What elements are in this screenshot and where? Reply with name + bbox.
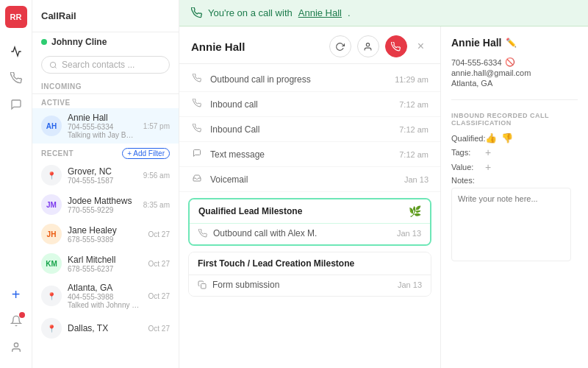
contact-time: Oct 27 [148,292,170,300]
right-panel: Annie Hall ✏️ 704-555-6334 🚫 annie.hall@… [441,26,588,368]
refresh-button[interactable] [329,35,351,57]
milestone-block-2: First Touch / Lead Creation Milestone Fo… [188,252,431,297]
milestone-sub-label-1: Outbound call with Alex M. [213,228,391,238]
nav-bell-icon[interactable] [4,309,28,333]
timeline-item-label: Voicemail [210,174,397,185]
add-filter-button[interactable]: + Add Filter [122,148,170,159]
timeline-item-time: 7:12 am [399,125,429,134]
incoming-section-label: INCOMING [32,79,179,92]
milestone-sub-time-1: Jan 13 [397,229,421,238]
recent-section-label: RECENT [41,149,74,158]
email: annie.hall@gmail.com [451,68,578,77]
app-logo: RR [5,6,27,28]
svg-line-2 [55,66,57,68]
thumbup-icon[interactable]: 👍 [485,132,497,144]
milestone-sub-2: Form submission Jan 13 [189,275,431,296]
call-icon [191,124,203,135]
contact-info: Atlanta, GA 404-555-3988 Talked with Joh… [68,283,143,309]
timeline-item: Voicemail Jan 13 [179,167,440,192]
timeline-panel: Annie Hall × [179,26,441,368]
contact-info: Jodee Matthews 770-555-9229 [68,196,137,214]
timeline-item-time: 7:12 am [399,100,429,109]
qualified-label: Qualified: [451,134,481,143]
message-icon [191,149,203,160]
thumbdown-icon[interactable]: 👎 [501,132,513,144]
contact-info: Annie Hall 704-555-6334 Talking with Jay… [68,113,137,139]
contact-sub: 678-555-6237 [68,265,143,273]
contact-name: Annie Hall [68,113,137,123]
recent-header: RECENT + Add Filter [32,144,179,160]
list-item[interactable]: KM Karl Mitchell 678-555-6237 Oct 27 [32,249,179,278]
timeline-actions: × [329,35,429,57]
contact-name: Karl Mitchell [68,255,143,265]
nav-user-icon[interactable] [4,336,28,359]
classification-title: INBOUND RECORDED CALL CLASSIFICATION [451,112,578,127]
phone-row: 704-555-6334 🚫 [451,57,578,67]
timeline-item-time: 7:12 am [399,150,429,159]
list-item[interactable]: JH Jane Healey 678-555-9389 Oct 27 [32,219,179,249]
nav-calls-icon[interactable] [4,66,28,90]
contact-sub: 678-555-9389 [68,236,143,244]
contact-name: Atlanta, GA [68,283,143,293]
contact-time: Oct 27 [148,260,170,268]
call-icon [191,99,203,110]
contact-info: Karl Mitchell 678-555-6237 [68,255,143,273]
contact-sub: 704-555-1587 [68,177,137,185]
timeline-item-time: 11:29 am [395,75,429,84]
timeline-item: Text message 7:12 am [179,142,440,167]
call-sub-icon [198,229,207,238]
search-box[interactable]: Search contacts ... [41,56,170,74]
list-item[interactable]: 📍 Dallas, TX Oct 27 [32,314,179,343]
phone-banner-icon [191,7,202,18]
list-item[interactable]: JM Jodee Matthews 770-555-9229 8:35 am [32,190,179,219]
contact-sub: 704-555-6334 [68,123,137,131]
active-section-label: ACTIVE [32,96,179,108]
milestone-header-1: Qualified Lead Milestone 🌿 [190,199,430,223]
notes-textarea[interactable] [451,188,571,261]
contact-name: Grover, NC [68,166,137,177]
nav-add-icon[interactable]: + [4,283,28,306]
timeline-title: Annie Hall [191,40,245,53]
timeline-item-label: Inbound Call [210,124,392,135]
edit-icon[interactable]: ✏️ [506,38,517,48]
close-button[interactable]: × [413,38,429,54]
no-call-icon: 🚫 [505,57,515,67]
timeline-item-label: Outbound call in progress [210,74,387,85]
contact-talking: Talking with Jay Bourne [68,131,137,139]
contact-detail-header: Annie Hall ✏️ [451,37,578,49]
svg-point-1 [50,62,55,67]
contact-time: 8:35 am [143,201,170,209]
person-button[interactable] [357,35,379,57]
nav-analytics-icon[interactable] [4,40,28,63]
content-area: Annie Hall × [179,26,588,368]
value-label: Value: [451,163,481,171]
contact-detail-info: 704-555-6334 🚫 annie.hall@gmail.com Atla… [451,57,578,88]
contact-list: CallRail Johnny Cline Search contacts ..… [32,0,179,368]
contact-info: Jane Healey 678-555-9389 [68,225,143,244]
timeline-item-label: Inbound call [210,99,392,110]
list-item[interactable]: 📍 Grover, NC 704-555-1587 9:56 am [32,160,179,190]
add-value-button[interactable]: + [485,161,491,173]
location: Atlanta, GA [451,79,578,88]
list-item[interactable]: 📍 Atlanta, GA 404-555-3988 Talked with J… [32,278,179,314]
tags-row: Tags: + [451,146,578,158]
call-icon [191,74,203,85]
value-row: Value: + [451,161,578,173]
voicemail-icon [191,174,203,185]
end-call-button[interactable] [385,35,407,57]
main-content: You're on a call with Annie Hall . Annie… [179,0,588,368]
nav-messages-icon[interactable] [4,93,28,116]
brand-name: CallRail [41,10,76,21]
banner-period: . [348,7,351,18]
svg-point-3 [366,43,369,46]
contact-name: Jane Healey [68,225,143,236]
add-tag-button[interactable]: + [485,146,491,158]
contact-detail-name: Annie Hall [451,37,501,49]
contact-item-active[interactable]: AH Annie Hall 704-555-6334 Talking with … [32,108,179,144]
timeline-item: Inbound call 7:12 am [179,92,440,117]
avatar: 📍 [41,165,62,185]
svg-rect-4 [201,284,207,289]
timeline-header: Annie Hall × [179,26,440,64]
banner-contact-link[interactable]: Annie Hall [298,7,342,18]
online-indicator [41,39,47,45]
